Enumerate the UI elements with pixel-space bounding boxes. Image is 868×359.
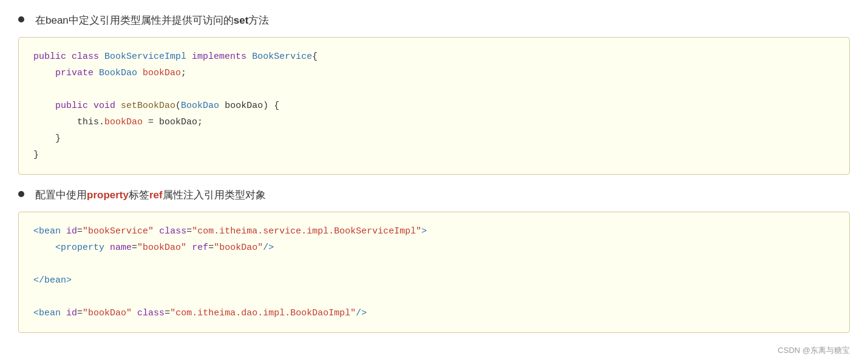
property-keyword: property [87, 189, 129, 201]
set-keyword: set [234, 15, 249, 26]
xml-line-5 [33, 289, 835, 305]
bullet-item-2: 配置中使用property标签ref属性注入引用类型对象 [18, 187, 850, 203]
ref-keyword: ref [149, 189, 163, 201]
xml-line-2: <property name="bookDao" ref="bookDao"/> [33, 240, 835, 256]
bullet-text-suffix: 方法 [248, 15, 269, 26]
java-line-2: private BookDao bookDao; [33, 65, 835, 81]
xml-line-3 [33, 256, 835, 272]
xml-line-1: <bean id="bookService" class="com.itheim… [33, 223, 835, 240]
bullet2-prefix: 配置中使用 [35, 189, 87, 201]
bullet-dot-1 [18, 16, 24, 22]
bullet-item-1: 在bean中定义引用类型属性并提供可访问的set方法 [18, 12, 850, 29]
xml-line-4: </bean> [33, 272, 835, 289]
bullet-text-2: 配置中使用property标签ref属性注入引用类型对象 [35, 187, 266, 203]
xml-code-block: <bean id="bookService" class="com.itheim… [18, 212, 850, 333]
bullet2-middle: 标签 [129, 189, 149, 201]
java-line-1: public class BookServiceImpl implements … [33, 49, 835, 65]
bullet2-suffix: 属性注入引用类型对象 [163, 189, 266, 201]
bullet-text-prefix: 在bean中定义引用类型属性并提供可访问的 [35, 15, 234, 26]
bullet-text-1: 在bean中定义引用类型属性并提供可访问的set方法 [35, 12, 269, 29]
java-line-5: this.bookDao = bookDao; [33, 114, 835, 130]
java-line-4: public void setBookDao(BookDao bookDao) … [33, 98, 835, 114]
xml-line-6: <bean id="bookDao" class="com.itheima.da… [33, 305, 835, 321]
java-line-3 [33, 81, 835, 98]
java-line-6: } [33, 130, 835, 147]
java-code-block: public class BookServiceImpl implements … [18, 37, 850, 175]
watermark: CSDN @东离与糖宝 [18, 345, 850, 356]
java-line-7: } [33, 147, 835, 163]
bullet-dot-2 [18, 191, 24, 197]
